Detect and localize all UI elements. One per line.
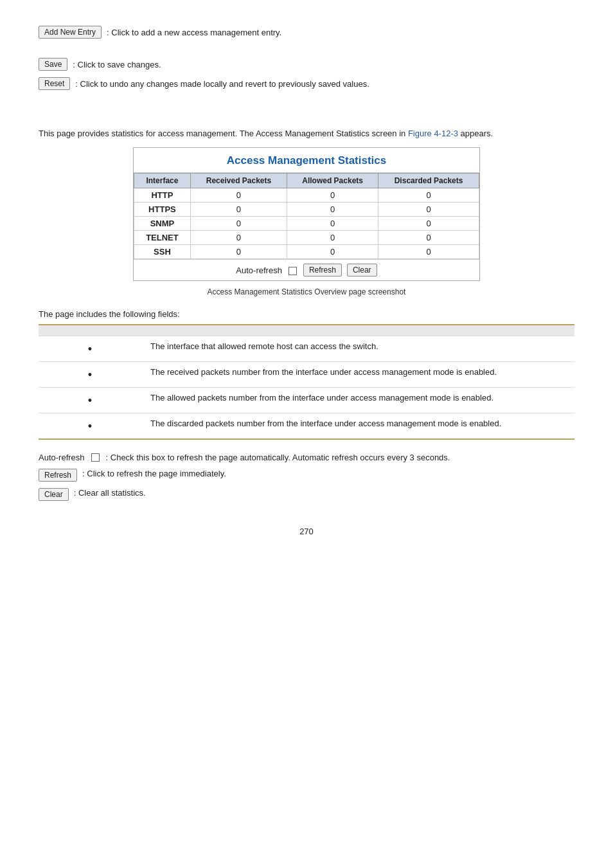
col-discarded: Discarded Packets	[378, 174, 479, 188]
refresh-bottom-desc: : Click to refresh the page immediately.	[82, 469, 226, 478]
col-interface: Interface	[134, 174, 191, 188]
auto-refresh-label: Auto-refresh	[236, 266, 282, 275]
reset-row: Reset : Click to undo any changes made l…	[39, 77, 574, 90]
discarded-cell: 0	[378, 203, 479, 217]
stats-footer: Auto-refresh Refresh Clear	[134, 259, 479, 280]
bullet-cell: •	[39, 336, 141, 362]
intro-text-before: This page provides statistics for access…	[39, 129, 408, 138]
col-allowed: Allowed Packets	[287, 174, 378, 188]
iface-cell: HTTPS	[134, 203, 191, 217]
auto-refresh-bottom-checkbox[interactable]	[91, 453, 100, 462]
allowed-cell: 0	[287, 245, 378, 259]
clear-bottom-button[interactable]: Clear	[39, 488, 69, 501]
auto-refresh-checkbox[interactable]	[289, 267, 297, 275]
clear-bottom-desc: : Clear all statistics.	[74, 488, 146, 498]
col-received: Received Packets	[190, 174, 287, 188]
auto-refresh-bottom-desc: : Check this box to refresh the page aut…	[106, 453, 450, 462]
page-number: 270	[39, 527, 574, 536]
reset-desc: : Click to undo any changes made locally…	[75, 79, 369, 89]
allowed-cell: 0	[287, 203, 378, 217]
bullet-cell: •	[39, 362, 141, 388]
save-desc: : Click to save changes.	[73, 60, 161, 69]
add-new-entry-desc: : Click to add a new access management e…	[107, 28, 281, 37]
stats-table: Interface Received Packets Allowed Packe…	[134, 173, 479, 259]
fields-data-row: • The discarded packets number from the …	[39, 413, 574, 440]
refresh-button-stats[interactable]: Refresh	[303, 264, 342, 276]
figure-link[interactable]: Figure 4-12-3	[408, 129, 458, 138]
received-cell: 0	[190, 188, 287, 203]
fields-header-row	[39, 325, 574, 336]
received-cell: 0	[190, 245, 287, 259]
clear-bottom-row: Clear : Clear all statistics.	[39, 488, 574, 501]
stats-table-row: SSH 0 0 0	[134, 245, 479, 259]
reset-button[interactable]: Reset	[39, 77, 70, 90]
iface-cell: SNMP	[134, 217, 191, 231]
discarded-cell: 0	[378, 245, 479, 259]
fields-data-row: • The allowed packets number from the in…	[39, 388, 574, 413]
auto-refresh-bottom-label: Auto-refresh	[39, 453, 85, 462]
save-button[interactable]: Save	[39, 58, 67, 71]
fields-intro: The page includes the following fields:	[39, 309, 574, 319]
bullet-cell: •	[39, 388, 141, 413]
stats-caption: Access Management Statistics Overview pa…	[39, 287, 574, 296]
stats-header-row: Interface Received Packets Allowed Packe…	[134, 174, 479, 188]
refresh-bottom-button[interactable]: Refresh	[39, 469, 77, 482]
stats-table-row: HTTP 0 0 0	[134, 188, 479, 203]
discarded-cell: 0	[378, 217, 479, 231]
allowed-cell: 0	[287, 231, 378, 245]
discarded-cell: 0	[378, 231, 479, 245]
field-desc-cell: The allowed packets number from the inte…	[141, 388, 574, 413]
received-cell: 0	[190, 203, 287, 217]
allowed-cell: 0	[287, 188, 378, 203]
fields-header-col2	[141, 325, 574, 336]
received-cell: 0	[190, 231, 287, 245]
statistics-box: Access Management Statistics Interface R…	[133, 147, 480, 281]
iface-cell: SSH	[134, 245, 191, 259]
intro-text-after: appears.	[458, 129, 493, 138]
auto-refresh-bottom-row: Auto-refresh : Check this box to refresh…	[39, 453, 574, 462]
refresh-bottom-row: Refresh : Click to refresh the page imme…	[39, 469, 574, 482]
stats-table-row: SNMP 0 0 0	[134, 217, 479, 231]
bullet-cell: •	[39, 413, 141, 440]
discarded-cell: 0	[378, 188, 479, 203]
field-desc-cell: The interface that allowed remote host c…	[141, 336, 574, 362]
save-row: Save : Click to save changes.	[39, 58, 574, 71]
stats-table-row: HTTPS 0 0 0	[134, 203, 479, 217]
allowed-cell: 0	[287, 217, 378, 231]
intro-paragraph: This page provides statistics for access…	[39, 129, 574, 138]
fields-data-row: • The interface that allowed remote host…	[39, 336, 574, 362]
received-cell: 0	[190, 217, 287, 231]
field-desc-cell: The received packets number from the int…	[141, 362, 574, 388]
fields-data-row: • The received packets number from the i…	[39, 362, 574, 388]
iface-cell: HTTP	[134, 188, 191, 203]
add-new-entry-row: Add New Entry : Click to add a new acces…	[39, 26, 574, 39]
fields-header-col1	[39, 325, 141, 336]
bottom-section: Auto-refresh : Check this box to refresh…	[39, 453, 574, 501]
clear-button-stats[interactable]: Clear	[347, 264, 377, 276]
add-new-entry-button[interactable]: Add New Entry	[39, 26, 102, 39]
stats-table-row: TELNET 0 0 0	[134, 231, 479, 245]
field-desc-cell: The discarded packets number from the in…	[141, 413, 574, 440]
iface-cell: TELNET	[134, 231, 191, 245]
fields-table: • The interface that allowed remote host…	[39, 324, 574, 440]
stats-title: Access Management Statistics	[134, 148, 479, 173]
